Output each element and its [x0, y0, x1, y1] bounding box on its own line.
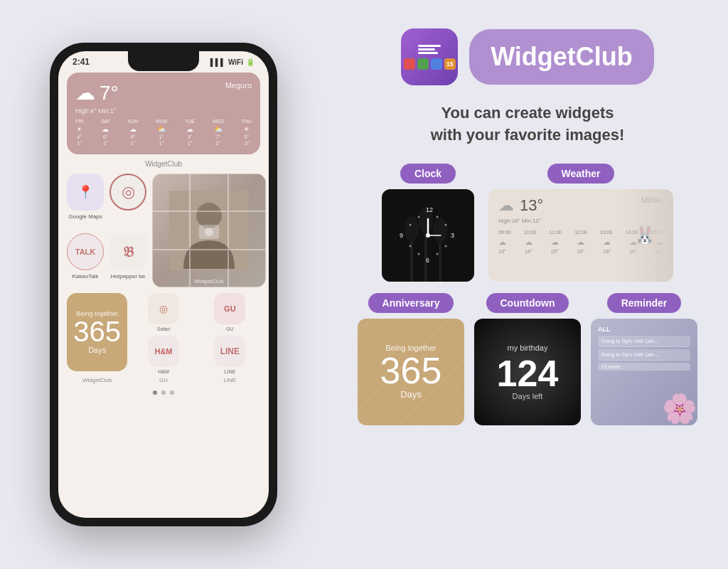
svg-point-25 — [418, 216, 420, 218]
countdown-num: 124 — [497, 355, 559, 392]
weather-preview-temp: 13° — [520, 196, 543, 215]
status-icons: ▌▌▌ WiFi 🔋 — [210, 58, 255, 66]
battery-icon: 🔋 — [246, 58, 255, 66]
maps-app[interactable]: 📍 Google Maps — [67, 174, 104, 220]
photo-widget: WidgetClub — [152, 174, 266, 287]
phone-notch — [128, 51, 199, 71]
gu-app[interactable]: GU GU — [200, 293, 260, 331]
kakaotalk-app[interactable]: TALK KakaoTalk — [67, 233, 104, 280]
svg-point-22 — [418, 252, 420, 255]
signal-icon: ▌▌▌ — [210, 58, 225, 66]
talk-icon: TALK — [67, 233, 104, 270]
safari-app[interactable]: ◎ Safari — [133, 293, 193, 331]
widget-row-2: Anniversary Being together 365 Days Coun… — [358, 293, 697, 425]
weather-preview-cloud: ☁ — [498, 196, 514, 215]
anniv-preview-num: 365 — [380, 352, 442, 389]
widgetclub-label: WidgetClub — [67, 160, 260, 168]
hm-app[interactable]: H&M H&M — [133, 336, 193, 374]
gu-label: GU — [226, 326, 234, 331]
app-header: 15 WidgetClub — [348, 28, 707, 85]
tagline: You can create widgets with your favorit… — [431, 102, 625, 147]
clock-preview: 12 3 6 9 — [382, 189, 474, 282]
hotpepper-app[interactable]: 𝔅 Hotpepper be — [109, 233, 146, 280]
line-icon: LINE — [214, 336, 245, 367]
clock-category: Clock — [382, 164, 474, 282]
anniversary-badge: Anniversary — [368, 293, 454, 313]
weather-days: FRI☀4°1° SAT☁6°1° SUN☁8°1° MON⛅1°1° TUE☁… — [75, 119, 252, 146]
dot-1 — [153, 390, 157, 395]
tagline-line1: You can create widgets — [431, 102, 625, 124]
gu-bottom-label: GU — [133, 377, 193, 383]
widgetclub-bottom-label: WidgetClub — [67, 377, 127, 383]
svg-point-21 — [437, 252, 439, 255]
talk-label: KakaoTalk — [73, 273, 99, 280]
wifi-icon: WiFi — [228, 58, 243, 66]
hotpepper-icon: 𝔅 — [109, 233, 146, 270]
bottom-labels: WidgetClub GU LINE — [67, 377, 260, 383]
reminder-item-2: Going to Gym Until 1am ... — [598, 349, 690, 361]
app-grid-row1: 📍 Google Maps ◎ — [67, 174, 260, 287]
anniversary-category: Anniversary Being together 365 Days — [358, 293, 464, 425]
weather-location: Meguro — [225, 81, 252, 90]
anniv-days-label: Days — [88, 346, 106, 354]
weather-preview: ☁ 13° Ushiku High:16° Min:12° 09:0010:00… — [488, 189, 673, 282]
safari-icon: ◎ — [148, 293, 179, 324]
photo-grid-overlay — [152, 174, 266, 287]
gu-line-group: GU GU LINE LINE — [200, 293, 260, 374]
reminder-item-1-text: Going to Gym Until 1am ... — [601, 338, 660, 344]
anniv-preview-days: Days — [400, 389, 422, 400]
svg-point-18 — [437, 216, 439, 218]
safari-hm-group: ◎ Safari H&M H&M — [133, 293, 193, 374]
svg-point-19 — [445, 223, 447, 225]
svg-point-17 — [426, 233, 430, 238]
anniv-being-text: Being together — [76, 310, 118, 317]
svg-text:3: 3 — [451, 232, 454, 239]
svg-point-23 — [410, 245, 412, 247]
reminder-badge: Reminder — [607, 293, 682, 313]
phone-mockup: 2:41 ▌▌▌ WiFi 🔋 ☁ 7° Meguro — [50, 43, 277, 526]
line-label: LINE — [225, 369, 236, 374]
weather-badge: Weather — [547, 164, 615, 184]
line-app[interactable]: LINE LINE — [200, 336, 260, 374]
hm-icon: H&M — [148, 336, 179, 367]
dot-3 — [170, 390, 174, 395]
weather-widget: ☁ 7° Meguro High:4° Min:1° FRI☀4°1° SAT☁… — [67, 73, 260, 154]
bottom-row: Being together 365 Days ◎ Safari H&M H&M — [67, 293, 260, 374]
ring-icon: ◎ — [109, 174, 146, 211]
maps-label: Google Maps — [68, 213, 102, 220]
weather-category: Weather ☁ 13° Ushiku High:16° Min:12° 09… — [488, 164, 673, 282]
svg-point-20 — [445, 245, 447, 247]
reminder-category: Reminder 🌸 ALL Going to Gym Until 1am ..… — [591, 293, 697, 425]
app-title: WidgetClub — [491, 42, 633, 71]
app-title-bubble: WidgetClub — [469, 29, 654, 85]
countdown-preview: my birthday 124 Days left — [474, 319, 581, 425]
clock-badge: Clock — [400, 164, 456, 184]
dot-2 — [161, 390, 166, 395]
right-panel: 15 WidgetClub You can create widgets wit… — [327, 0, 728, 569]
gu-icon: GU — [214, 293, 245, 324]
photo-widget-container: WidgetClub — [152, 174, 266, 287]
phone-screen: 2:41 ▌▌▌ WiFi 🔋 ☁ 7° Meguro — [58, 51, 269, 518]
reminder-more: +2 more — [598, 363, 690, 371]
weather-temp: 7° — [100, 82, 119, 105]
cloud-icon: ☁ — [75, 81, 95, 105]
left-panel: 2:41 ▌▌▌ WiFi 🔋 ☁ 7° Meguro — [0, 0, 327, 569]
tagline-line2: with your favorite images! — [431, 124, 625, 147]
circle-icon-app[interactable]: ◎ — [109, 174, 146, 213]
bunny-decoration: 🐰 — [616, 189, 673, 282]
countdown-label: Days left — [513, 392, 543, 400]
clock-face-svg: 12 3 6 9 — [396, 203, 460, 267]
photo-widget-label: WidgetClub — [155, 278, 263, 284]
countdown-title: my birthday — [508, 344, 548, 352]
countdown-badge: Countdown — [486, 293, 569, 313]
weather-minmax: High:4° Min:1° — [75, 107, 252, 115]
reminder-all-label: ALL — [598, 326, 690, 333]
reminder-item-1: Going to Gym Until 1am ... — [598, 336, 690, 347]
app-icon-large: 15 — [401, 28, 458, 85]
svg-point-24 — [410, 223, 412, 225]
hotpepper-label: Hotpepper be — [111, 273, 145, 280]
time-display: 2:41 — [73, 57, 90, 67]
widget-row-1: Clock — [382, 164, 673, 282]
page-dots — [67, 390, 260, 395]
hm-label: H&M — [158, 369, 169, 374]
